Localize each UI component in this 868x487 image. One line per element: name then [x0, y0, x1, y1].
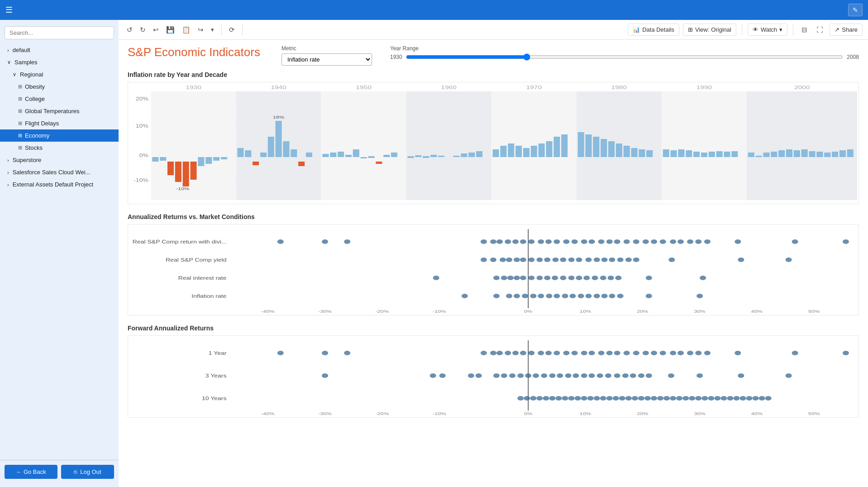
svg-point-202: [493, 294, 500, 298]
svg-rect-65: [476, 151, 482, 157]
view-original-button[interactable]: ⊞ View: Original: [683, 24, 736, 36]
svg-point-313: [625, 396, 632, 401]
metric-label: Metric: [281, 45, 372, 52]
sidebar-item-superstore[interactable]: › Superstore: [0, 154, 119, 166]
svg-point-163: [520, 258, 526, 262]
sidebar-item-regional[interactable]: ∨ Regional: [0, 68, 119, 81]
save-button[interactable]: 💾: [163, 24, 177, 36]
svg-point-157: [843, 239, 849, 244]
svg-point-311: [613, 396, 619, 401]
svg-text:0%: 0%: [139, 153, 148, 158]
svg-point-300: [543, 396, 549, 401]
svg-point-293: [696, 373, 703, 378]
svg-rect-37: [253, 162, 259, 165]
svg-rect-51: [361, 157, 367, 158]
svg-text:10%: 10%: [580, 309, 591, 314]
sidebar-item-college[interactable]: ⊞ College: [0, 93, 119, 105]
arrow-icon: ›: [7, 170, 9, 175]
chart2-title: Annualized Returns vs. Market Conditions: [128, 213, 859, 220]
svg-point-166: [544, 258, 550, 262]
arrow-icon: ∨: [7, 59, 11, 65]
svg-text:1 Year: 1 Year: [209, 351, 227, 356]
svg-point-133: [520, 239, 526, 244]
svg-point-147: [643, 239, 649, 244]
svg-point-188: [536, 276, 543, 280]
sidebar-item-label: Flight Delays: [25, 120, 59, 127]
data-details-button[interactable]: 📊 Data Details: [628, 24, 679, 36]
svg-point-323: [689, 396, 695, 401]
arrow-icon: ∨: [13, 72, 16, 77]
svg-rect-47: [330, 153, 336, 157]
svg-text:40%: 40%: [751, 309, 763, 314]
svg-rect-109: [847, 149, 854, 157]
svg-rect-30: [198, 157, 204, 166]
sidebar-item-obesity[interactable]: ⊞ Obesity: [0, 81, 119, 93]
sidebar-item-economy[interactable]: ⊞ Economy: [0, 129, 119, 142]
chart2-svg: Real S&P Comp return with divi... Real S…: [128, 224, 858, 315]
svg-rect-80: [608, 141, 615, 157]
sidebar-item-default[interactable]: › default: [0, 44, 119, 56]
content-area: ↺ ↻ ↩ 💾 📋 ↪ ▾ ⟳ 📊 Data Details ⊞ View: O…: [119, 20, 868, 487]
svg-point-321: [676, 396, 682, 401]
share-button[interactable]: ↗ Share: [830, 24, 863, 36]
undo-button[interactable]: ↺: [124, 24, 135, 36]
svg-point-247: [563, 351, 569, 355]
svg-point-164: [528, 258, 534, 262]
svg-rect-107: [832, 152, 838, 157]
svg-rect-108: [839, 150, 846, 157]
sidebar-item-samples[interactable]: ∨ Samples: [0, 56, 119, 68]
grid-icon: ⊞: [18, 120, 22, 126]
search-input[interactable]: [5, 26, 114, 39]
undo2-button[interactable]: ↩: [150, 24, 162, 36]
layout-button[interactable]: ⊟: [799, 24, 810, 36]
svg-point-252: [606, 351, 613, 355]
svg-rect-66: [493, 149, 499, 157]
svg-text:2000: 2000: [794, 85, 810, 90]
hamburger-icon[interactable]: ☰: [5, 5, 13, 15]
sidebar-item-label: Global Temperatures: [25, 108, 79, 115]
sidebar-item-label: default: [13, 47, 30, 53]
svg-rect-95: [731, 151, 738, 157]
svg-point-238: [490, 351, 496, 355]
sidebar-item-global-temps[interactable]: ⊞ Global Temperatures: [0, 105, 119, 117]
svg-point-159: [490, 258, 496, 262]
forward-button[interactable]: ↪: [195, 24, 206, 36]
metric-control: Metric Inflation rate: [281, 45, 372, 66]
svg-rect-97: [756, 156, 762, 157]
svg-text:1970: 1970: [526, 85, 542, 90]
copy-button[interactable]: 📋: [179, 24, 193, 36]
svg-point-186: [520, 276, 526, 280]
svg-point-212: [578, 294, 584, 298]
go-back-button[interactable]: ← Go Back: [5, 465, 57, 479]
svg-rect-49: [345, 155, 352, 157]
grid-icon: ⊞: [18, 108, 22, 114]
svg-rect-93: [716, 151, 723, 157]
fullscreen-button[interactable]: ⛶: [814, 24, 826, 35]
sidebar-item-flight-delays[interactable]: ⊞ Flight Delays: [0, 117, 119, 129]
watch-button[interactable]: 👁 Watch ▾: [748, 24, 787, 36]
svg-point-322: [682, 396, 689, 401]
log-out-button[interactable]: ⎋ Log Out: [61, 465, 114, 479]
svg-rect-53: [376, 162, 382, 164]
svg-point-317: [651, 396, 657, 401]
svg-point-179: [738, 258, 744, 262]
svg-point-239: [496, 351, 503, 355]
redo-button[interactable]: ↻: [137, 24, 148, 36]
svg-text:-20%: -20%: [376, 309, 389, 314]
forward2-button[interactable]: ▾: [208, 24, 217, 35]
edit-icon-button[interactable]: ✎: [848, 4, 863, 16]
svg-point-279: [549, 373, 556, 378]
svg-point-218: [646, 294, 652, 298]
svg-point-294: [738, 373, 744, 378]
svg-point-215: [601, 294, 608, 298]
sidebar-item-external[interactable]: › External Assets Default Project: [0, 178, 119, 191]
metric-select[interactable]: Inflation rate: [281, 53, 372, 66]
sidebar-item-salesforce[interactable]: › Salesforce Sales Cloud Wei...: [0, 166, 119, 178]
svg-rect-52: [368, 156, 375, 158]
chart3-container: 1 Year 3 Years 10 Years -40% -30% -20% -…: [128, 335, 859, 418]
refresh-button[interactable]: ⟳: [226, 24, 238, 36]
sidebar-item-stocks[interactable]: ⊞ Stocks: [0, 142, 119, 154]
svg-text:0%: 0%: [524, 309, 533, 314]
year-range-slider[interactable]: [406, 53, 844, 61]
svg-text:20%: 20%: [637, 309, 649, 314]
